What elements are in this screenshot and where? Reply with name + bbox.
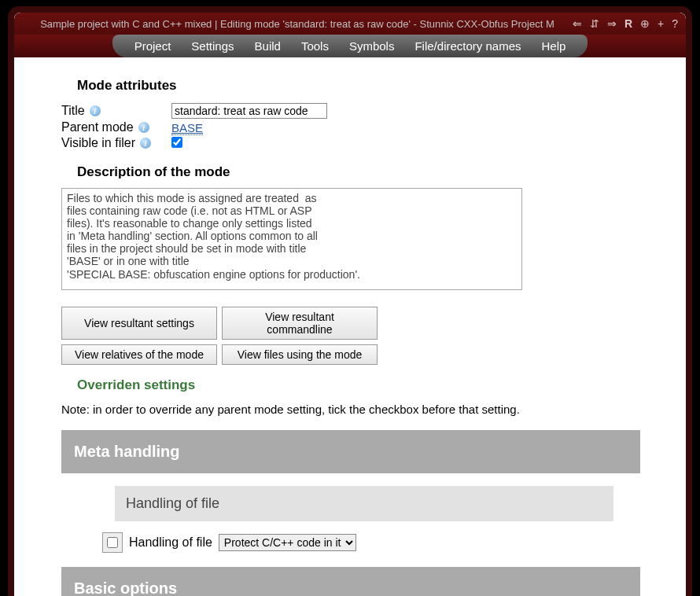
menu-settings[interactable]: Settings — [191, 39, 234, 53]
mode-attributes-heading: Mode attributes — [77, 78, 639, 94]
window: Sample project with C and C++ mixed | Ed… — [14, 13, 686, 596]
plus-icon[interactable]: + — [658, 17, 664, 30]
menubar: Project Settings Build Tools Symbols Fil… — [14, 35, 686, 57]
titlebar-controls: ⇐ ⇵ ⇒ R ⊕ + ? — [573, 17, 678, 30]
handling-of-file-label: Handling of file — [129, 535, 212, 550]
description-textarea[interactable] — [61, 188, 522, 290]
help-icon[interactable]: ? — [672, 17, 678, 30]
view-resultant-commandline-button[interactable]: View resultant commandline — [222, 307, 378, 340]
menu-tools[interactable]: Tools — [301, 39, 329, 53]
handling-of-file-select[interactable]: Protect C/C++ code in it — [219, 534, 356, 551]
zoom-icon[interactable]: ⊕ — [640, 17, 650, 30]
override-checkbox-wrap — [102, 532, 123, 553]
window-frame: Sample project with C and C++ mixed | Ed… — [8, 6, 692, 596]
info-icon[interactable]: i — [90, 105, 101, 116]
override-note: Note: in order to override any parent mo… — [61, 403, 639, 416]
nav-updown-icon[interactable]: ⇵ — [590, 17, 599, 30]
info-icon[interactable]: i — [138, 122, 149, 133]
view-resultant-settings-button[interactable]: View resultant settings — [61, 307, 217, 340]
overridden-heading: Overriden settings — [77, 377, 639, 393]
view-relatives-button[interactable]: View relatives of the mode — [61, 344, 217, 365]
meta-handling-header: Meta handling — [61, 430, 640, 473]
handling-of-file-option: Handling of file Protect C/C++ code in i… — [102, 532, 639, 553]
nav-forward-icon[interactable]: ⇒ — [607, 17, 617, 30]
nav-back-icon[interactable]: ⇐ — [573, 17, 582, 30]
button-row-1: View resultant settings View resultant c… — [61, 307, 639, 340]
parent-label-text: Parent mode — [61, 120, 134, 134]
title-label: Title i — [61, 104, 171, 118]
menubar-inner: Project Settings Build Tools Symbols Fil… — [112, 35, 588, 57]
visible-label: Visible in filer i — [61, 136, 171, 150]
menu-filedir[interactable]: File/directory names — [414, 39, 521, 53]
title-input[interactable] — [171, 103, 327, 119]
attr-row-visible: Visible in filer i — [61, 136, 639, 150]
window-title: Sample project with C and C++ mixed | Ed… — [22, 18, 573, 30]
info-icon[interactable]: i — [140, 138, 151, 149]
button-row-2: View relatives of the mode View files us… — [61, 344, 639, 365]
content-area: Mode attributes Title i Parent mode i BA… — [14, 57, 686, 596]
view-files-using-mode-button[interactable]: View files using the mode — [222, 344, 378, 365]
attr-row-parent: Parent mode i BASE — [61, 120, 639, 134]
titlebar: Sample project with C and C++ mixed | Ed… — [14, 13, 686, 35]
description-heading: Description of the mode — [77, 164, 639, 180]
title-label-text: Title — [61, 104, 85, 118]
override-handling-checkbox[interactable] — [107, 537, 118, 548]
handling-of-file-header: Handling of file — [115, 486, 613, 521]
parent-mode-link[interactable]: BASE — [171, 121, 203, 135]
basic-options-header: Basic options — [61, 567, 640, 596]
menu-help[interactable]: Help — [542, 39, 566, 53]
parent-label: Parent mode i — [61, 120, 171, 134]
menu-project[interactable]: Project — [134, 39, 171, 53]
reload-icon[interactable]: R — [624, 17, 632, 30]
visible-checkbox[interactable] — [171, 137, 182, 148]
menu-build[interactable]: Build — [255, 39, 281, 53]
menu-symbols[interactable]: Symbols — [349, 39, 395, 53]
visible-label-text: Visible in filer — [61, 136, 135, 150]
attr-row-title: Title i — [61, 103, 639, 119]
